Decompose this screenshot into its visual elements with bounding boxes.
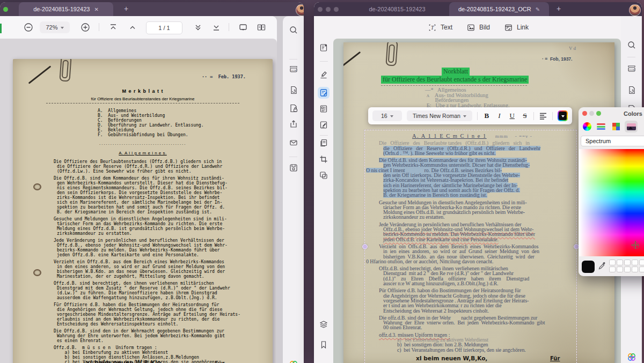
colors-close-button[interactable] <box>582 111 587 116</box>
font-color-button[interactable] <box>558 110 568 121</box>
strikethrough-button[interactable]: S <box>521 112 529 120</box>
edit-tools-rail <box>314 16 333 363</box>
zoom-in-button[interactable] <box>80 22 91 33</box>
tab-document-original[interactable]: de-20240815-192423 <box>346 2 448 16</box>
divider <box>99 23 99 31</box>
crop-icon[interactable] <box>318 153 330 165</box>
scan-rule <box>381 85 527 86</box>
convert-icon[interactable] <box>626 85 637 95</box>
pencils-icon[interactable] <box>642 121 644 132</box>
edit-pdf-icon[interactable] <box>318 87 330 99</box>
colors-minimize-button[interactable] <box>589 111 594 116</box>
color-sliders-icon[interactable] <box>595 121 608 132</box>
traffic-light-zoom[interactable] <box>334 7 339 12</box>
color-swatch-slot[interactable] <box>624 260 631 265</box>
forms-icon[interactable] <box>318 103 330 115</box>
traffic-light-minimize[interactable] <box>326 7 331 12</box>
divider <box>627 57 635 57</box>
color-swatch-slot[interactable] <box>617 266 623 272</box>
save-icon[interactable] <box>288 162 299 173</box>
presentation-mode-button[interactable] <box>238 22 248 33</box>
next-page-button[interactable] <box>193 22 203 33</box>
zoom-level-dropdown[interactable]: 72% <box>40 21 70 33</box>
bookmark-icon[interactable] <box>318 339 330 351</box>
close-icon[interactable]: ✕ <box>94 6 98 12</box>
reader-mode-icon[interactable] <box>318 42 330 54</box>
bold-button[interactable]: B <box>482 112 491 120</box>
ocr-icon[interactable]: OCR <box>626 63 637 74</box>
spectrum-selector[interactable] <box>633 242 639 249</box>
doc-block-para: Die Offz.d.B. sind den in der Wehrmacht … <box>54 329 267 343</box>
color-swatch-slot[interactable] <box>639 266 644 272</box>
last-page-button[interactable] <box>211 22 222 33</box>
colors-panel-title: Colors <box>624 110 642 117</box>
corner-mark: V d <box>569 46 576 51</box>
doc-line: vorgeschriebene Mindestaltersgrenze. Ant… <box>57 312 267 317</box>
avatar[interactable] <box>296 4 304 16</box>
text-tool-button[interactable]: T Text <box>428 23 452 32</box>
reading-mode-button[interactable] <box>256 22 267 33</box>
new-tab-button[interactable]: + <box>557 4 561 13</box>
doc-line: Dienstgrad mit dem Zusatz " der Reserve … <box>57 286 267 291</box>
color-swatch-slot[interactable] <box>609 260 616 265</box>
link-tool-button[interactable]: Link <box>504 23 529 32</box>
color-swatch-slot[interactable] <box>632 260 638 265</box>
color-swatch-slot[interactable] <box>624 266 631 272</box>
previous-page-button[interactable] <box>127 22 138 33</box>
ocr-line: 00 oinen Ehrenrat. <box>383 325 422 330</box>
underline-button[interactable]: U <box>508 112 516 120</box>
font-family-dropdown[interactable]: Times New Roman <box>407 110 473 121</box>
ocr-toc-list: —* Allgemeinos ʌ Aus- tnd Woitorbildung … <box>425 87 510 108</box>
text-edit-selection-box[interactable]: A. A 1 1 E C m C i n e 1mmm - ==v -Die O… <box>364 130 577 363</box>
color-swatch-slot[interactable] <box>639 260 644 265</box>
organize-pages-icon[interactable] <box>318 137 330 149</box>
page-number-input[interactable]: 1 / 1 <box>146 21 182 34</box>
resize-handle-left[interactable] <box>362 244 368 249</box>
layers-icon[interactable] <box>318 318 330 330</box>
traffic-light-green[interactable] <box>3 7 8 12</box>
divider <box>229 23 229 31</box>
palette-mode-dropdown[interactable]: Spectrum <box>581 136 644 146</box>
tab-document-left[interactable]: de-20240815-192423 ✕ <box>19 2 113 16</box>
ai-assistant-icon[interactable] <box>288 359 299 363</box>
ocr-line: c) bei Veranstaltungen des Off izierkorp… <box>397 347 526 352</box>
color-swatch-slot[interactable] <box>632 266 638 272</box>
search-icon[interactable] <box>288 25 299 35</box>
ocr-icon[interactable]: OCR <box>288 64 299 75</box>
current-color-swatch[interactable] <box>582 261 595 273</box>
divider <box>477 112 478 120</box>
color-swatch-slot[interactable] <box>609 266 616 272</box>
doc-line: A. Allgemeines <box>98 108 267 113</box>
search-icon[interactable] <box>626 40 637 50</box>
mail-icon[interactable] <box>288 137 299 148</box>
font-size-dropdown[interactable]: 16 <box>372 110 402 121</box>
image-palettes-icon[interactable] <box>625 121 638 132</box>
color-palettes-icon[interactable] <box>610 121 623 132</box>
tab-document-ocr[interactable]: de-20240815-192423_OCR ✎ <box>449 2 549 16</box>
first-page-button[interactable] <box>108 22 119 33</box>
ai-assistant-icon[interactable] <box>626 352 637 362</box>
traffic-light-close[interactable] <box>318 7 323 12</box>
italic-button[interactable]: I <box>495 112 503 120</box>
share-icon[interactable] <box>288 118 299 129</box>
spectrum-gradient[interactable] <box>579 149 644 256</box>
avatar[interactable] <box>629 4 641 16</box>
protect-icon[interactable] <box>288 103 299 114</box>
document-viewport[interactable]: ·· = Feb. 1937. M e r k b l a t tfür Off… <box>0 39 277 363</box>
annotate-icon[interactable] <box>318 69 330 80</box>
color-wheel-icon[interactable] <box>581 121 594 132</box>
new-tab-button[interactable]: + <box>124 4 128 13</box>
text-format-toolbar: 16 Times New Roman B I U S <box>368 107 572 124</box>
color-swatch-slot[interactable] <box>617 260 623 265</box>
compare-icon[interactable] <box>318 169 330 181</box>
divider <box>289 59 297 60</box>
image-tool-button[interactable]: Bild <box>466 23 490 32</box>
colors-zoom-button[interactable] <box>596 111 601 116</box>
convert-icon[interactable] <box>288 85 299 95</box>
align-button[interactable] <box>539 112 547 120</box>
ocr-document-viewport[interactable]: V d · = Fob, 1937. Norkblatt für Offizie… <box>333 39 621 363</box>
eyedropper-icon[interactable] <box>598 262 606 270</box>
doc-line: in den eines anderen, so wird er auf Gru… <box>57 264 267 269</box>
sign-icon[interactable] <box>318 119 330 131</box>
zoom-out-button[interactable] <box>23 22 34 33</box>
